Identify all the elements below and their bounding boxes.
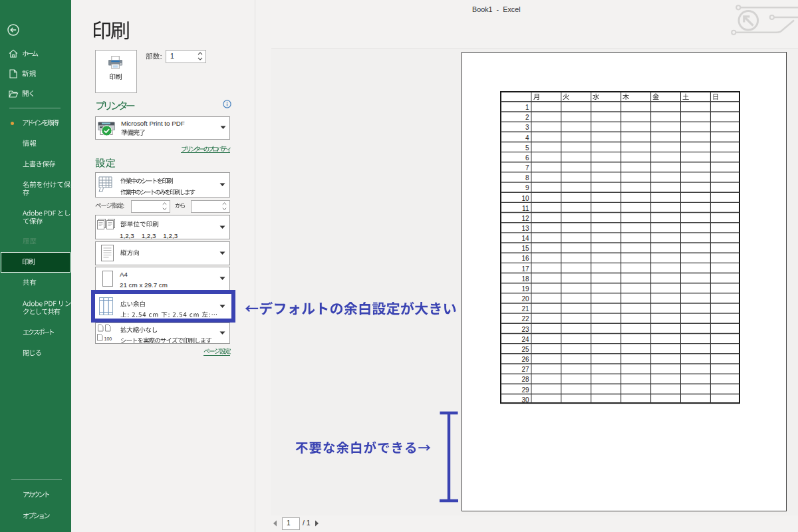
svg-text:13: 13 [521,225,529,232]
svg-text:21: 21 [521,305,529,313]
svg-text:3: 3 [525,124,529,131]
svg-text:7: 7 [525,164,529,172]
svg-text:25: 25 [521,346,529,353]
svg-text:15: 15 [521,245,529,252]
svg-text:5: 5 [525,144,529,152]
svg-text:24: 24 [521,336,529,343]
svg-text:14: 14 [521,235,529,242]
svg-text:100: 100 [104,336,112,341]
svg-text:20: 20 [521,295,529,303]
svg-text:17: 17 [521,265,529,273]
svg-text:4: 4 [525,134,529,142]
svg-text:30: 30 [521,396,529,404]
svg-text:16: 16 [521,255,529,262]
svg-text:29: 29 [521,386,529,394]
svg-text:10: 10 [521,195,529,202]
svg-text:1: 1 [525,104,529,111]
svg-text:9: 9 [525,184,529,192]
svg-text:12: 12 [521,215,529,222]
svg-text:27: 27 [521,366,529,373]
svg-text:8: 8 [525,174,529,182]
svg-text:23: 23 [521,326,529,333]
svg-text:6: 6 [525,154,529,162]
svg-text:2: 2 [525,114,529,121]
svg-text:22: 22 [521,315,529,323]
svg-text:19: 19 [521,285,529,293]
svg-text:26: 26 [521,356,529,363]
svg-text:28: 28 [521,376,529,383]
svg-text:11: 11 [522,205,529,212]
svg-text:18: 18 [521,275,529,283]
